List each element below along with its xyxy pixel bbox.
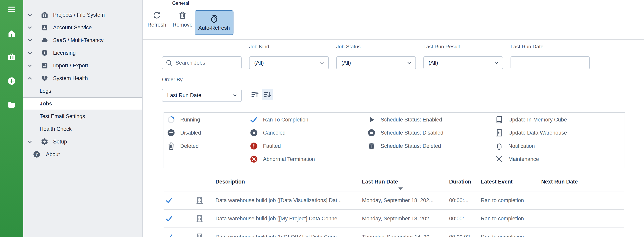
sidebar-item-licensing[interactable]: Licensing	[23, 47, 142, 59]
sidebar-item-label: Licensing	[53, 50, 76, 56]
chevron-down-icon	[26, 138, 33, 145]
sidebar-item-test-email-settings[interactable]: Test Email Settings	[23, 110, 142, 123]
legend-item-faulted: Faulted	[250, 141, 281, 151]
legend-item-deleted: Deleted	[167, 141, 199, 151]
legend-label: Disabled	[180, 130, 201, 136]
last-run-date-input[interactable]	[515, 57, 589, 69]
legend-label: Update Data Warehouse	[508, 130, 567, 136]
sidebar-item-account-service[interactable]: Account Service	[23, 21, 142, 34]
ran-to-completion-icon	[165, 196, 173, 204]
sort-ascending-icon	[251, 91, 259, 99]
sidebar-item-logs[interactable]: Logs	[23, 85, 142, 97]
column-header-last-run-date[interactable]: Last Run Date	[362, 179, 398, 185]
sort-descending-button[interactable]	[262, 89, 273, 100]
column-header-duration[interactable]: Duration	[449, 179, 471, 185]
job-duration: 00:00:...	[449, 215, 468, 222]
play-icon	[367, 115, 376, 124]
search-field[interactable]	[162, 56, 242, 69]
sidebar-item-label: Logs	[40, 88, 51, 94]
sidebar-item-label: Health Check	[40, 126, 72, 132]
data-warehouse-icon	[495, 128, 504, 137]
last-run-result-select[interactable]: (All)	[424, 56, 503, 69]
sort-descending-icon	[263, 91, 272, 99]
order-by-value: Last Run Date	[167, 92, 202, 99]
sidebar-item-saas-multi-tenancy[interactable]: SaaS / Multi-Tenancy	[23, 34, 142, 47]
toolbar-divider	[142, 39, 644, 40]
home-button[interactable]	[7, 29, 16, 38]
legend-label: Running	[180, 117, 200, 123]
job-status-label: Job Status	[336, 44, 360, 50]
sidebar-item-label: Setup	[53, 139, 67, 145]
job-last-run-date: Thursday, September 14, 20...	[362, 234, 434, 237]
refresh-button-label: Refresh	[148, 22, 166, 28]
last-run-date-label: Last Run Date	[510, 44, 544, 50]
sidebar: Projects / File System Account Service S…	[23, 0, 142, 237]
table-row[interactable]: Data warehouse build job ([Data Visualiz…	[164, 191, 624, 210]
job-status-select[interactable]: (All)	[336, 56, 416, 69]
chevron-down-icon	[406, 60, 412, 66]
job-kind-value: (All)	[254, 60, 264, 66]
briefcase-icon	[40, 11, 48, 19]
data-warehouse-job-icon	[195, 196, 204, 205]
chevron-down-icon	[26, 37, 33, 44]
plus-circle-icon	[7, 77, 16, 86]
remove-button-label: Remove	[173, 22, 193, 28]
refresh-button[interactable]: Refresh	[145, 11, 169, 28]
legend-label: Abnormal Termination	[263, 156, 315, 162]
job-last-run-date: Monday, September 18, 202...	[362, 197, 434, 203]
add-button[interactable]	[7, 77, 16, 86]
projects-folder-button[interactable]	[7, 100, 16, 109]
legend-label: Schedule Status: Disabled	[380, 130, 444, 136]
job-kind-select[interactable]: (All)	[249, 56, 329, 69]
organization-button[interactable]	[7, 52, 16, 61]
circle-stop-icon	[367, 128, 376, 137]
legend-item-notification: Notification	[495, 141, 535, 151]
sort-direction-indicator	[398, 187, 403, 190]
search-input[interactable]	[175, 57, 241, 69]
legend-label: Faulted	[263, 143, 281, 149]
job-duration: 00:00:02	[449, 234, 470, 237]
hamburger-icon	[7, 5, 16, 14]
sidebar-item-setup[interactable]: Setup	[23, 135, 142, 148]
chevron-down-icon	[26, 12, 33, 18]
chevron-down-icon	[232, 92, 238, 99]
column-header-next-run-date[interactable]: Next Run Date	[541, 179, 578, 185]
sidebar-item-import-export[interactable]: Import / Export	[23, 59, 142, 72]
table-row[interactable]: Data warehouse build job ([My Project] D…	[164, 210, 624, 228]
sidebar-item-label: System Health	[53, 75, 88, 81]
sidebar-item-projects-file-system[interactable]: Projects / File System	[23, 9, 142, 21]
chevron-down-icon	[493, 60, 500, 66]
legend-item-disabled: Disabled	[167, 128, 201, 138]
column-header-latest-event[interactable]: Latest Event	[481, 179, 513, 185]
job-kind-label: Job Kind	[249, 44, 269, 50]
legend-label: Schedule Status: Deleted	[380, 143, 441, 149]
column-header-description[interactable]: Description	[216, 179, 245, 185]
job-description: Data warehouse build job ([Data Visualiz…	[216, 197, 342, 203]
data-warehouse-job-icon	[195, 214, 204, 223]
last-run-date-field[interactable]	[510, 56, 590, 69]
legend-item-update-in-memory-cube: Update In-Memory Cube	[495, 115, 567, 124]
svg-text:?: ?	[36, 152, 38, 157]
sidebar-item-jobs[interactable]: Jobs	[23, 97, 142, 110]
remove-button[interactable]: Remove	[172, 11, 193, 28]
sidebar-item-health-check[interactable]: Health Check	[23, 123, 142, 135]
legend-label: Update In-Memory Cube	[508, 117, 567, 123]
sort-ascending-button[interactable]	[250, 89, 260, 100]
legend-label: Ran To Completion	[263, 117, 308, 123]
search-icon	[166, 59, 173, 66]
auto-refresh-button-label: Auto-Refresh	[198, 25, 230, 31]
circle-minus-icon	[167, 128, 176, 137]
bell-icon	[495, 142, 504, 150]
circle-stop-icon	[250, 128, 258, 137]
account-badge-icon	[40, 24, 48, 32]
crossed-tools-icon	[495, 155, 504, 163]
sidebar-item-about[interactable]: ? About	[23, 148, 142, 161]
sidebar-item-system-health[interactable]: System Health	[23, 72, 142, 85]
menu-button[interactable]	[7, 5, 16, 14]
spinner-icon	[167, 115, 176, 124]
table-row[interactable]: Data warehouse build job ([<GLOBAL>] Dat…	[164, 228, 624, 237]
auto-refresh-button[interactable]: Auto-Refresh	[195, 10, 234, 35]
legend-label: Canceled	[263, 130, 286, 136]
order-by-select[interactable]: Last Run Date	[162, 89, 242, 102]
trash-icon	[178, 11, 187, 20]
